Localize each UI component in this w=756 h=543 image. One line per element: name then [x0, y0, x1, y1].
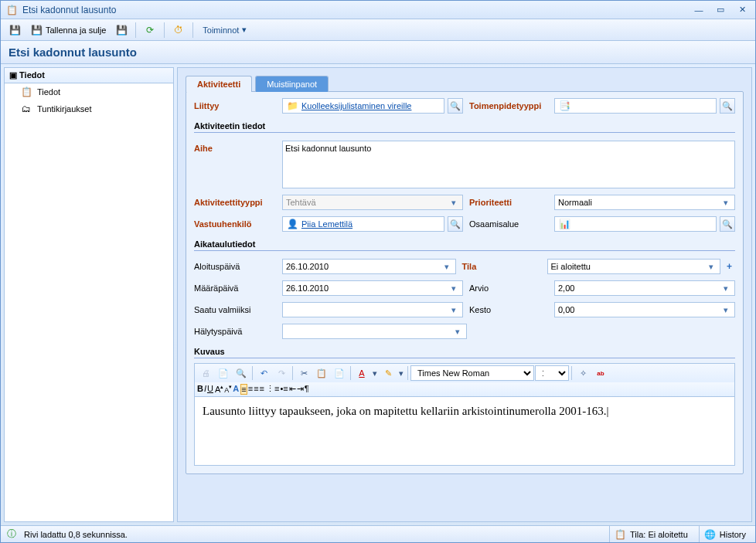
status-history[interactable]: 🌐 History: [699, 526, 751, 542]
maximize-button[interactable]: ▭: [712, 4, 729, 16]
rte-align-center[interactable]: ≡: [248, 384, 253, 395]
chevron-down-icon: ▾: [720, 198, 731, 208]
rte-font-color[interactable]: A: [353, 365, 370, 381]
label-aktiviteettityyppi: Aktiviteettityyppi: [194, 198, 279, 207]
section-kuvaus: Kuvaus: [194, 342, 735, 358]
rte-outdent[interactable]: ⇤: [289, 384, 296, 395]
chevron-down-icon: ▾: [448, 283, 459, 294]
vastuuhenkilo-link[interactable]: Piia Lemettilä: [301, 219, 352, 229]
tab-aktiviteetti[interactable]: Aktiviteetti: [186, 76, 252, 92]
field-halytyspaiva[interactable]: ▾: [282, 324, 467, 339]
rte-spellcheck[interactable]: ab: [592, 365, 609, 381]
timer-button[interactable]: ⏱: [169, 22, 188, 39]
lookup-osaamisalue[interactable]: 🔍: [720, 216, 735, 232]
rte-preview[interactable]: 📄: [215, 365, 232, 381]
statusbar: ⓘ Rivi ladattu 0,8 sekunnissa. 📋 Tila: E…: [1, 525, 755, 542]
search-icon: 🔍: [722, 101, 733, 111]
rte-font-style[interactable]: A: [233, 384, 239, 395]
lookup-liittyy[interactable]: 🔍: [448, 98, 463, 114]
rte-editor[interactable]: Lausunto liittyy tapaukseen, joka on map…: [194, 396, 735, 466]
save-new-button[interactable]: 💾: [112, 22, 131, 39]
rte-align-right[interactable]: ≡: [254, 384, 258, 395]
rte-cut[interactable]: ✂: [295, 365, 312, 381]
toimenpidetyyppi-input[interactable]: [574, 101, 713, 110]
chevron-down-icon: ▾: [441, 262, 452, 272]
rte-content: Lausunto liittyy tapaukseen, joka on map…: [203, 405, 606, 417]
status-text: Rivi ladattu 0,8 sekunnissa.: [24, 530, 128, 539]
rte-grow-font[interactable]: A▴: [215, 384, 223, 395]
chevron-down-icon: ▾: [448, 198, 459, 208]
rte-align-justify[interactable]: ≡: [260, 384, 264, 395]
actions-dropdown[interactable]: Toiminnot ▾: [198, 22, 251, 39]
sidebar-header[interactable]: ▣ Tiedot: [5, 68, 173, 83]
rte-list-numbered[interactable]: ⋮≡: [266, 384, 279, 395]
competence-icon: 📊: [558, 218, 570, 230]
field-maarapaiva[interactable]: 26.10.2010 ▾: [282, 280, 463, 296]
rte-underline[interactable]: U: [207, 384, 213, 395]
refresh-button[interactable]: ⟳: [141, 22, 159, 39]
rte-paragraph[interactable]: ¶: [305, 384, 309, 395]
label-arvio: Arvio: [466, 283, 551, 293]
field-vastuuhenkilo[interactable]: 👤 Piia Lemettilä: [282, 216, 444, 232]
sidebar-item-label: Tiedot: [37, 87, 60, 97]
field-liittyy[interactable]: 📁 Kuolleeksijulistaminen vireille: [282, 98, 444, 114]
field-aloituspaiva[interactable]: 26.10.2010 ▾: [282, 259, 456, 274]
field-toimenpidetyyppi[interactable]: 📑: [554, 98, 717, 114]
label-tila: Tila: [459, 262, 544, 271]
rte-align-left[interactable]: ≡: [240, 384, 247, 395]
sidebar-item-tiedot[interactable]: 📋 Tiedot: [5, 83, 173, 100]
field-kesto[interactable]: 0,00 ▾: [554, 302, 735, 317]
field-saatu-valmiiksi[interactable]: ▾: [282, 302, 463, 317]
rte-print[interactable]: 🖨: [197, 365, 214, 381]
rte-highlight[interactable]: ✎: [380, 365, 397, 381]
text-cursor: |: [606, 405, 608, 417]
field-prioriteetti[interactable]: Normaali ▾: [554, 195, 735, 210]
field-aihe[interactable]: Etsi kadonnut lausunto: [282, 141, 735, 188]
rte-bold[interactable]: B: [197, 384, 203, 395]
aktiviteettityyppi-value: Tehtävä: [286, 198, 445, 207]
label-saatu-valmiiksi: Saatu valmiiksi: [194, 305, 279, 314]
save-button[interactable]: 💾: [5, 22, 24, 39]
field-tila[interactable]: Ei aloitettu ▾: [547, 259, 721, 274]
rte-list-bullet[interactable]: •≡: [280, 384, 288, 395]
rte-undo[interactable]: ↶: [255, 365, 272, 381]
collapse-icon: ▣: [9, 70, 17, 80]
rte-highlight-dd[interactable]: ▾: [397, 365, 405, 381]
field-arvio[interactable]: 2,00 ▾: [554, 280, 735, 296]
osaamisalue-input[interactable]: [574, 219, 713, 229]
type-icon: 📑: [558, 100, 570, 112]
minimize-button[interactable]: —: [690, 4, 707, 16]
close-button[interactable]: ✕: [734, 4, 751, 16]
rte-clear-format[interactable]: ✧: [574, 365, 591, 381]
lookup-vastuuhenkilo[interactable]: 🔍: [448, 216, 463, 232]
sidebar: ▣ Tiedot 📋 Tiedot 🗂 Tuntikirjaukset: [4, 67, 174, 522]
rte-indent[interactable]: ⇥: [297, 384, 304, 395]
add-status-button[interactable]: +: [724, 261, 735, 272]
search-icon: 🔍: [450, 219, 461, 229]
rte-italic[interactable]: I: [204, 384, 206, 395]
panel-body: Liittyy 📁 Kuolleeksijulistaminen vireill…: [186, 91, 744, 474]
chevron-down-icon: ▾: [706, 262, 717, 272]
save-close-label: Tallenna ja sulje: [46, 25, 106, 35]
status-tila[interactable]: 📋 Tila: Ei aloitettu: [609, 526, 693, 542]
form-icon: 📋: [20, 86, 32, 98]
save-and-close-button[interactable]: 💾 Tallenna ja sulje: [27, 22, 109, 39]
label-aloituspaiva: Aloituspäivä: [194, 262, 279, 271]
rte-font-size[interactable]: 12: [535, 365, 569, 381]
field-osaamisalue[interactable]: 📊: [554, 216, 717, 232]
field-aktiviteettityyppi[interactable]: Tehtävä ▾: [282, 195, 463, 210]
rte-font-color-dd[interactable]: ▾: [371, 365, 379, 381]
app-icon: 📋: [5, 4, 18, 16]
rte-redo[interactable]: ↷: [273, 365, 290, 381]
sidebar-item-tuntikirjaukset[interactable]: 🗂 Tuntikirjaukset: [5, 100, 173, 117]
rte-paste[interactable]: 📄: [331, 365, 348, 381]
label-vastuuhenkilo: Vastuuhenkilö: [194, 219, 279, 229]
lookup-toimenpidetyyppi[interactable]: 🔍: [720, 98, 735, 114]
rte-font-family[interactable]: Times New Roman: [410, 365, 534, 381]
rte-zoom[interactable]: 🔍: [233, 365, 250, 381]
liittyy-link[interactable]: Kuolleeksijulistaminen vireille: [301, 101, 411, 110]
rte-copy[interactable]: 📋: [313, 365, 330, 381]
rte-shrink-font[interactable]: A▾: [224, 384, 232, 395]
label-prioriteetti: Prioriteetti: [466, 198, 551, 207]
tab-muistiinpanot[interactable]: Muistiinpanot: [255, 76, 329, 92]
